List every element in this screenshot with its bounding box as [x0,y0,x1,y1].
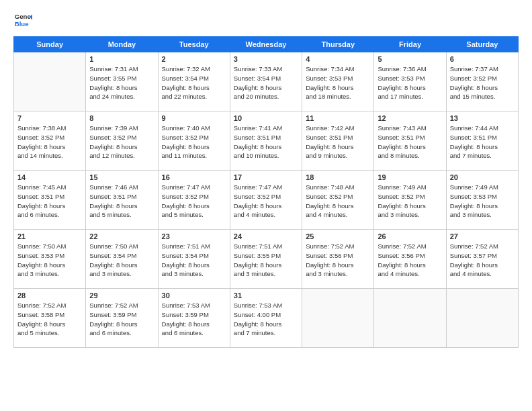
day-info: Sunrise: 7:51 AM Sunset: 3:55 PM Dayligh… [234,242,298,279]
calendar-cell: 13Sunrise: 7:44 AM Sunset: 3:51 PM Dayli… [446,111,518,171]
day-info: Sunrise: 7:50 AM Sunset: 3:53 PM Dayligh… [17,242,82,279]
day-info: Sunrise: 7:40 AM Sunset: 3:52 PM Dayligh… [162,124,226,161]
day-info: Sunrise: 7:51 AM Sunset: 3:54 PM Dayligh… [162,242,226,279]
day-info: Sunrise: 7:43 AM Sunset: 3:51 PM Dayligh… [378,124,442,161]
day-number: 9 [162,114,226,122]
day-number: 14 [17,173,82,181]
calendar-cell: 1Sunrise: 7:31 AM Sunset: 3:55 PM Daylig… [86,52,158,111]
week-row-4: 21Sunrise: 7:50 AM Sunset: 3:53 PM Dayli… [14,230,519,289]
day-number: 20 [450,173,515,181]
day-info: Sunrise: 7:47 AM Sunset: 3:52 PM Dayligh… [234,183,298,220]
calendar-cell: 20Sunrise: 7:49 AM Sunset: 3:53 PM Dayli… [446,171,518,230]
day-info: Sunrise: 7:37 AM Sunset: 3:52 PM Dayligh… [450,64,515,101]
day-info: Sunrise: 7:53 AM Sunset: 3:59 PM Dayligh… [162,301,226,338]
header-row: SundayMondayTuesdayWednesdayThursdayFrid… [14,37,519,52]
day-info: Sunrise: 7:31 AM Sunset: 3:55 PM Dayligh… [89,64,154,101]
day-number: 22 [89,232,154,240]
day-number: 4 [306,55,370,63]
day-number: 10 [234,114,298,122]
calendar-cell: 14Sunrise: 7:45 AM Sunset: 3:51 PM Dayli… [14,171,86,230]
svg-text:Blue: Blue [15,20,29,28]
day-info: Sunrise: 7:46 AM Sunset: 3:51 PM Dayligh… [89,183,154,220]
col-header-friday: Friday [374,37,446,52]
day-info: Sunrise: 7:34 AM Sunset: 3:53 PM Dayligh… [306,64,370,101]
day-number: 16 [162,173,226,181]
calendar-cell: 23Sunrise: 7:51 AM Sunset: 3:54 PM Dayli… [158,230,230,289]
day-number: 28 [17,291,82,300]
day-info: Sunrise: 7:52 AM Sunset: 3:57 PM Dayligh… [450,242,515,279]
day-info: Sunrise: 7:50 AM Sunset: 3:54 PM Dayligh… [89,242,154,279]
day-info: Sunrise: 7:52 AM Sunset: 3:59 PM Dayligh… [89,301,154,338]
day-number: 6 [450,55,515,63]
week-row-2: 7Sunrise: 7:38 AM Sunset: 3:52 PM Daylig… [14,111,519,171]
day-info: Sunrise: 7:36 AM Sunset: 3:53 PM Dayligh… [378,64,442,101]
calendar-cell: 8Sunrise: 7:39 AM Sunset: 3:52 PM Daylig… [86,111,158,171]
day-number: 18 [306,173,370,181]
day-number: 1 [89,55,154,63]
calendar-cell [446,289,518,348]
calendar-cell: 17Sunrise: 7:47 AM Sunset: 3:52 PM Dayli… [230,171,302,230]
day-number: 7 [17,114,82,122]
calendar-cell: 3Sunrise: 7:33 AM Sunset: 3:54 PM Daylig… [230,52,302,111]
calendar-cell: 29Sunrise: 7:52 AM Sunset: 3:59 PM Dayli… [86,289,158,348]
calendar-cell: 6Sunrise: 7:37 AM Sunset: 3:52 PM Daylig… [446,52,518,111]
calendar-cell: 9Sunrise: 7:40 AM Sunset: 3:52 PM Daylig… [158,111,230,171]
day-info: Sunrise: 7:49 AM Sunset: 3:53 PM Dayligh… [450,183,515,220]
calendar-table: SundayMondayTuesdayWednesdayThursdayFrid… [13,36,519,348]
week-row-3: 14Sunrise: 7:45 AM Sunset: 3:51 PM Dayli… [14,171,519,230]
day-info: Sunrise: 7:47 AM Sunset: 3:52 PM Dayligh… [162,183,226,220]
col-header-thursday: Thursday [302,37,374,52]
day-number: 8 [89,114,154,122]
day-number: 25 [306,232,370,240]
calendar-cell: 18Sunrise: 7:48 AM Sunset: 3:52 PM Dayli… [302,171,374,230]
day-number: 13 [450,114,515,122]
calendar-cell [374,289,446,348]
day-info: Sunrise: 7:39 AM Sunset: 3:52 PM Dayligh… [89,124,154,161]
week-row-1: 1Sunrise: 7:31 AM Sunset: 3:55 PM Daylig… [14,52,519,111]
calendar-cell [302,289,374,348]
day-number: 23 [162,232,226,240]
day-info: Sunrise: 7:44 AM Sunset: 3:51 PM Dayligh… [450,124,515,161]
day-number: 17 [234,173,298,181]
day-info: Sunrise: 7:42 AM Sunset: 3:51 PM Dayligh… [306,124,370,161]
day-number: 29 [89,291,154,300]
calendar-cell: 11Sunrise: 7:42 AM Sunset: 3:51 PM Dayli… [302,111,374,171]
col-header-monday: Monday [86,37,158,52]
week-row-5: 28Sunrise: 7:52 AM Sunset: 3:58 PM Dayli… [14,289,519,348]
day-number: 3 [234,55,298,63]
day-info: Sunrise: 7:49 AM Sunset: 3:52 PM Dayligh… [378,183,442,220]
calendar-cell: 28Sunrise: 7:52 AM Sunset: 3:58 PM Dayli… [14,289,86,348]
day-info: Sunrise: 7:48 AM Sunset: 3:52 PM Dayligh… [306,183,370,220]
calendar-cell [14,52,86,111]
day-number: 19 [378,173,442,181]
day-info: Sunrise: 7:52 AM Sunset: 3:58 PM Dayligh… [17,301,82,338]
day-number: 30 [162,291,226,300]
col-header-tuesday: Tuesday [158,37,230,52]
day-info: Sunrise: 7:52 AM Sunset: 3:56 PM Dayligh… [306,242,370,279]
calendar-cell: 2Sunrise: 7:32 AM Sunset: 3:54 PM Daylig… [158,52,230,111]
calendar-cell: 12Sunrise: 7:43 AM Sunset: 3:51 PM Dayli… [374,111,446,171]
calendar-cell: 16Sunrise: 7:47 AM Sunset: 3:52 PM Dayli… [158,171,230,230]
day-number: 24 [234,232,298,240]
calendar-cell: 24Sunrise: 7:51 AM Sunset: 3:55 PM Dayli… [230,230,302,289]
day-number: 26 [378,232,442,240]
day-info: Sunrise: 7:38 AM Sunset: 3:52 PM Dayligh… [17,124,82,161]
calendar-cell: 25Sunrise: 7:52 AM Sunset: 3:56 PM Dayli… [302,230,374,289]
calendar-cell: 21Sunrise: 7:50 AM Sunset: 3:53 PM Dayli… [14,230,86,289]
day-number: 5 [378,55,442,63]
col-header-sunday: Sunday [14,37,86,52]
day-info: Sunrise: 7:41 AM Sunset: 3:51 PM Dayligh… [234,124,298,161]
day-number: 2 [162,55,226,63]
calendar-cell: 7Sunrise: 7:38 AM Sunset: 3:52 PM Daylig… [14,111,86,171]
calendar-cell: 31Sunrise: 7:53 AM Sunset: 4:00 PM Dayli… [230,289,302,348]
col-header-saturday: Saturday [446,37,518,52]
day-info: Sunrise: 7:45 AM Sunset: 3:51 PM Dayligh… [17,183,82,220]
col-header-wednesday: Wednesday [230,37,302,52]
day-number: 27 [450,232,515,240]
page: General Blue SundayMondayTuesdayWednesda… [0,0,532,411]
calendar-cell: 5Sunrise: 7:36 AM Sunset: 3:53 PM Daylig… [374,52,446,111]
calendar-cell: 10Sunrise: 7:41 AM Sunset: 3:51 PM Dayli… [230,111,302,171]
day-number: 11 [306,114,370,122]
calendar-cell: 19Sunrise: 7:49 AM Sunset: 3:52 PM Dayli… [374,171,446,230]
day-info: Sunrise: 7:33 AM Sunset: 3:54 PM Dayligh… [234,64,298,101]
